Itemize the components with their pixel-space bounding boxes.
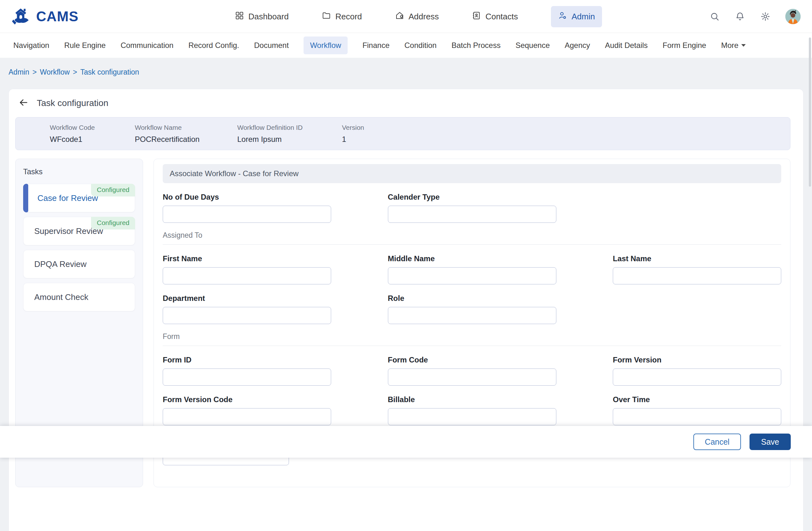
back-arrow-icon[interactable] <box>18 97 29 109</box>
nav-item-record[interactable]: Record <box>322 11 362 23</box>
middle-name-input[interactable] <box>388 267 556 284</box>
form-row-department-role: Department Role <box>163 294 781 324</box>
tasks-heading: Tasks <box>23 167 135 176</box>
version-label: Version <box>342 124 364 131</box>
version-field: Version 1 <box>342 124 364 144</box>
breadcrumb-separator: > <box>73 68 77 78</box>
subnav-agency[interactable]: Agency <box>565 41 590 50</box>
form-code-field: Form Code <box>388 355 556 386</box>
gear-icon[interactable] <box>760 11 771 22</box>
form-row-names: First Name Middle Name Last Name <box>163 254 781 284</box>
form-version-code-field: Form Version Code <box>163 395 331 425</box>
calender-type-field: Calender Type <box>388 193 556 223</box>
save-button[interactable]: Save <box>750 434 791 450</box>
role-input[interactable] <box>388 307 556 324</box>
brand-logo[interactable]: CAMS <box>11 6 79 27</box>
panel-header: Associate Workflow - Case for Review <box>163 164 781 183</box>
due-days-input[interactable] <box>163 206 331 223</box>
due-days-field: No of Due Days <box>163 193 331 223</box>
subnav-more[interactable]: More <box>721 41 746 50</box>
form-id-label: Form ID <box>163 355 331 364</box>
subnav-audit-details[interactable]: Audit Details <box>605 41 648 50</box>
form-section-label: Form <box>163 332 781 341</box>
page-title: Task configuration <box>37 98 108 108</box>
form-version-field: Form Version <box>613 355 781 386</box>
last-name-input[interactable] <box>613 267 781 284</box>
task-list: Configured Case for Review Configured Su… <box>23 184 135 311</box>
calender-type-input[interactable] <box>388 206 556 223</box>
department-input[interactable] <box>163 307 331 324</box>
bell-icon[interactable] <box>735 11 745 22</box>
subnav-navigation[interactable]: Navigation <box>13 41 49 50</box>
subnav-sequence[interactable]: Sequence <box>516 41 550 50</box>
department-field: Department <box>163 294 331 324</box>
search-icon[interactable] <box>709 11 720 22</box>
over-time-label: Over Time <box>613 395 781 404</box>
subnav-document[interactable]: Document <box>254 41 289 50</box>
workflow-code-label: Workflow Code <box>50 124 135 131</box>
form-version-code-label: Form Version Code <box>163 395 331 404</box>
nav-item-address[interactable]: Address <box>395 11 439 23</box>
configured-badge: Configured <box>91 184 135 196</box>
top-header: CAMS Dashboard Record <box>0 0 812 33</box>
scrollbar[interactable] <box>809 38 811 187</box>
workflow-name-value: POCRecertification <box>135 135 237 144</box>
breadcrumb-task-configuration[interactable]: Task configuration <box>80 68 139 78</box>
subnav-communication[interactable]: Communication <box>120 41 174 50</box>
nav-item-contacts[interactable]: Contacts <box>472 11 518 23</box>
role-field: Role <box>388 294 556 324</box>
brand-name: CAMS <box>36 9 79 25</box>
breadcrumb-separator: > <box>32 68 37 78</box>
task-item-amount-check[interactable]: Amount Check <box>23 283 135 311</box>
form-version-code-input[interactable] <box>163 408 331 425</box>
contact-book-icon <box>472 11 481 23</box>
cams-logo-icon <box>11 6 31 27</box>
subnav-rule-engine[interactable]: Rule Engine <box>64 41 106 50</box>
task-item-case-for-review[interactable]: Configured Case for Review <box>23 184 135 212</box>
form-id-input[interactable] <box>163 368 331 386</box>
dashboard-icon <box>235 11 244 23</box>
billable-input[interactable] <box>388 408 556 425</box>
subnav-form-engine[interactable]: Form Engine <box>663 41 706 50</box>
configured-badge: Configured <box>91 217 135 229</box>
breadcrumb-admin[interactable]: Admin <box>9 68 29 78</box>
subnav-workflow[interactable]: Workflow <box>304 37 347 54</box>
avatar[interactable] <box>785 9 801 24</box>
form-version-input[interactable] <box>613 368 781 386</box>
first-name-field: First Name <box>163 254 331 284</box>
form-code-label: Form Code <box>388 355 556 364</box>
subnav-finance[interactable]: Finance <box>363 41 390 50</box>
subnav-batch-process[interactable]: Batch Process <box>451 41 501 50</box>
task-configuration-card: Task configuration Workflow Code WFcode1… <box>9 89 803 531</box>
nav-item-dashboard[interactable]: Dashboard <box>235 11 289 23</box>
task-label: Amount Check <box>34 292 88 302</box>
first-name-input[interactable] <box>163 267 331 284</box>
task-label: Case for Review <box>38 193 98 203</box>
section-divider <box>163 244 781 245</box>
middle-name-label: Middle Name <box>388 254 556 263</box>
workflow-definition-id-field: Workflow Definition ID Lorem Ipsum <box>237 124 342 144</box>
header-actions <box>709 9 801 24</box>
breadcrumb-workflow[interactable]: Workflow <box>40 68 70 78</box>
version-value: 1 <box>342 135 364 144</box>
task-item-dpqa-review[interactable]: DPQA Review <box>23 250 135 278</box>
nav-label: Record <box>335 12 362 22</box>
middle-name-field: Middle Name <box>388 254 556 284</box>
form-id-field: Form ID <box>163 355 331 386</box>
folder-icon <box>322 11 331 23</box>
admin-subnav: Navigation Rule Engine Communication Rec… <box>0 33 812 58</box>
over-time-input[interactable] <box>613 408 781 425</box>
app-root: { "header": { "brand": "CAMS", "nav": [ … <box>0 0 812 531</box>
subnav-record-config[interactable]: Record Config. <box>188 41 239 50</box>
task-item-supervisor-review[interactable]: Configured Supervisor Review <box>23 217 135 245</box>
billable-label: Billable <box>388 395 556 404</box>
role-label: Role <box>388 294 556 303</box>
nav-item-admin[interactable]: Admin <box>551 6 602 27</box>
form-code-input[interactable] <box>388 368 556 386</box>
section-divider <box>163 346 781 346</box>
nav-label: Contacts <box>485 12 518 22</box>
subnav-condition[interactable]: Condition <box>404 41 436 50</box>
billable-field: Billable <box>388 395 556 425</box>
chevron-down-icon <box>741 44 746 47</box>
cancel-button[interactable]: Cancel <box>693 434 741 450</box>
